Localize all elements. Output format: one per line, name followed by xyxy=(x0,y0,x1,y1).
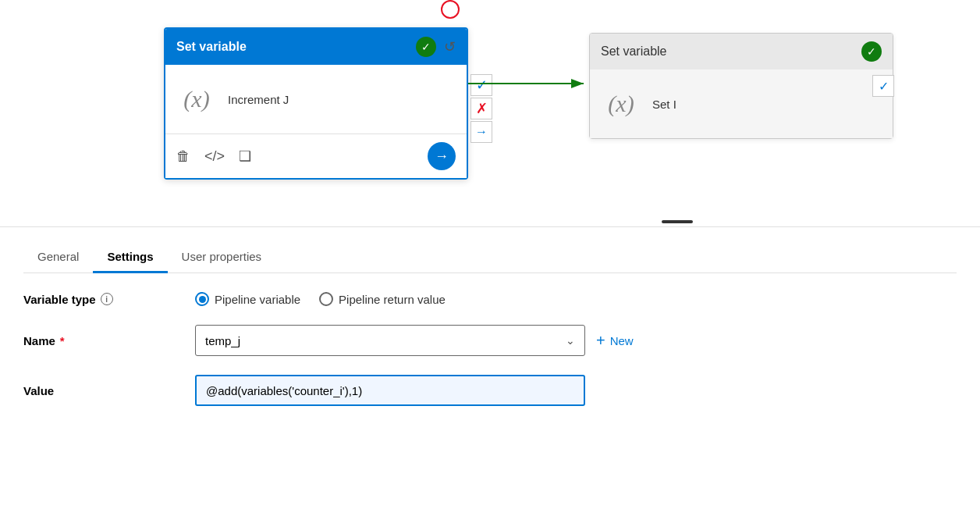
name-label: Name * xyxy=(23,334,195,347)
panel-divider xyxy=(0,226,980,227)
name-dropdown-container: temp_j ⌄ + New xyxy=(195,325,634,356)
variable-type-label: Variable type i xyxy=(23,293,195,306)
card-inactive-check: ✓ xyxy=(861,41,882,62)
card-active-footer: 🗑 </> ❑ → xyxy=(165,134,467,178)
variable-type-controls: Pipeline variable Pipeline return value xyxy=(195,292,957,306)
radio-pipeline-variable[interactable]: Pipeline variable xyxy=(195,292,300,306)
tabs: General Settings User properties xyxy=(23,230,957,273)
card-active-check: ✓ xyxy=(416,37,436,57)
canvas-area: Set variable ✓ ↺ (x) Increment J 🗑 </> ❑… xyxy=(0,0,980,226)
delete-icon[interactable]: 🗑 xyxy=(176,148,190,165)
card-active-body: (x) Increment J xyxy=(165,65,467,134)
bottom-panel: General Settings User properties Variabl… xyxy=(0,230,980,520)
copy-icon[interactable]: ❑ xyxy=(239,148,251,165)
chevron-down-icon: ⌄ xyxy=(566,334,575,347)
card-active-toolbar: 🗑 </> ❑ xyxy=(176,148,251,165)
card-inactive-body: (x) Set I xyxy=(590,69,893,138)
value-row: Value @add(variables('counter_i'),1) xyxy=(23,375,957,406)
radio-pipeline-return-value[interactable]: Pipeline return value xyxy=(319,292,446,306)
info-icon[interactable]: i xyxy=(101,293,113,305)
card-inactive-header: Set variable ✓ xyxy=(590,34,893,69)
card-active-refresh-icon[interactable]: ↺ xyxy=(444,38,456,55)
card-inactive-label: Set I xyxy=(652,98,676,111)
inactive-card-side-check[interactable]: ✓ xyxy=(872,75,894,97)
connector-buttons: ✓ ✗ → xyxy=(470,74,492,144)
math-x-icon-active: (x) xyxy=(176,79,217,119)
arrow-btn[interactable]: → xyxy=(428,142,456,170)
math-x-icon-inactive: (x) xyxy=(601,84,641,124)
drag-handle[interactable] xyxy=(662,220,693,223)
new-button[interactable]: + New xyxy=(596,332,634,350)
name-dropdown[interactable]: temp_j ⌄ xyxy=(195,325,585,356)
connector-arrow-blue[interactable]: → xyxy=(470,121,492,143)
value-input[interactable]: @add(variables('counter_i'),1) xyxy=(195,375,585,406)
variable-type-row: Variable type i Pipeline variable Pipeli… xyxy=(23,292,957,306)
connector-check-red[interactable]: ✗ xyxy=(470,98,492,119)
name-required: * xyxy=(60,334,65,347)
value-label: Value xyxy=(23,384,195,397)
card-active-title: Set variable xyxy=(176,40,247,54)
tab-user-properties[interactable]: User properties xyxy=(168,242,276,273)
card-active: Set variable ✓ ↺ (x) Increment J 🗑 </> ❑… xyxy=(164,27,468,180)
tab-settings[interactable]: Settings xyxy=(93,242,167,273)
tab-general[interactable]: General xyxy=(23,242,93,273)
radio-group: Pipeline variable Pipeline return value xyxy=(195,292,446,306)
card-active-label: Increment J xyxy=(228,93,289,106)
connector-check-blue[interactable]: ✓ xyxy=(470,74,492,96)
red-circle-connector[interactable] xyxy=(441,0,460,19)
card-inactive-title: Set variable xyxy=(601,45,667,59)
card-active-header: Set variable ✓ ↺ xyxy=(165,29,467,65)
code-icon[interactable]: </> xyxy=(204,148,225,165)
name-row: Name * temp_j ⌄ + New xyxy=(23,325,957,356)
card-inactive: Set variable ✓ (x) Set I ✓ xyxy=(589,33,893,139)
